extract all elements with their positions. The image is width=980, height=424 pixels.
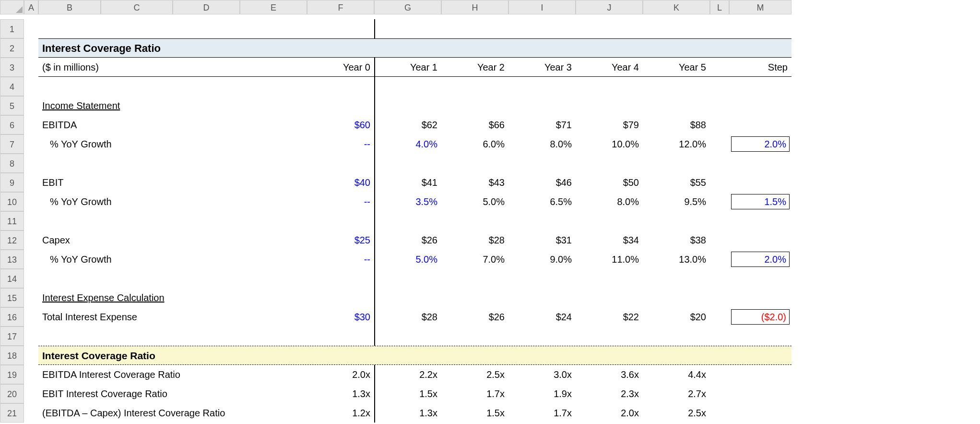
empty-cell	[441, 269, 508, 288]
row-header-7[interactable]: 7	[0, 134, 24, 154]
column-header-I[interactable]: I	[508, 0, 576, 14]
column-header-H[interactable]: H	[441, 0, 508, 14]
row-header-8[interactable]: 8	[0, 154, 24, 173]
empty-cell	[38, 154, 101, 173]
empty-cell	[710, 250, 729, 269]
spreadsheet-grid[interactable]: ABCDEFGHIJKLM123456789101112131415161718…	[0, 0, 980, 423]
y0-ebitda: $60	[307, 115, 374, 134]
empty-cell	[643, 77, 710, 96]
empty-cell	[729, 77, 791, 96]
empty-cell	[374, 269, 441, 288]
row-header-11[interactable]: 11	[0, 211, 24, 230]
column-header-M[interactable]: M	[729, 0, 791, 14]
row-header-6[interactable]: 6	[0, 115, 24, 134]
units-label: ($ in millions)	[38, 58, 307, 77]
y3-ratioEbCapex: 1.7x	[508, 403, 576, 423]
empty-cell	[710, 77, 729, 96]
empty-cell	[441, 96, 508, 115]
empty-cell	[710, 307, 729, 327]
row-header-13[interactable]: 13	[0, 250, 24, 269]
empty-cell	[710, 96, 729, 115]
row-header-14[interactable]: 14	[0, 269, 24, 288]
row-header-1[interactable]: 1	[0, 19, 24, 38]
row-header-5[interactable]: 5	[0, 96, 24, 115]
step-capexYoY: 2.0%	[731, 252, 790, 267]
y1-ebitdaYoY: 4.0%	[374, 134, 441, 154]
empty-cell	[24, 19, 38, 38]
y0-ratioEbitda: 2.0x	[307, 365, 374, 384]
select-all-corner[interactable]	[0, 0, 24, 14]
row-header-12[interactable]: 12	[0, 230, 24, 250]
empty-cell	[24, 96, 38, 115]
label-intExp: Total Interest Expense	[38, 307, 307, 327]
column-header-A[interactable]: A	[24, 0, 38, 14]
y1-ebitda: $62	[374, 115, 441, 134]
column-header-C[interactable]: C	[101, 0, 173, 14]
row-header-18[interactable]: 18	[0, 346, 24, 365]
empty-cell	[24, 38, 38, 58]
column-header-B[interactable]: B	[38, 0, 101, 14]
empty-cell	[307, 327, 374, 346]
row-header-3[interactable]: 3	[0, 58, 24, 77]
empty-cell	[240, 154, 307, 173]
empty-cell	[101, 154, 173, 173]
y2-capexYoY: 7.0%	[441, 250, 508, 269]
row-header-9[interactable]: 9	[0, 173, 24, 192]
row-header-16[interactable]: 16	[0, 307, 24, 327]
y3-capex: $31	[508, 230, 576, 250]
y2-ebitYoY: 5.0%	[441, 192, 508, 211]
column-header-L[interactable]: L	[710, 0, 729, 14]
empty-cell	[710, 192, 729, 211]
empty-cell	[508, 154, 576, 173]
empty-cell	[441, 154, 508, 173]
label-capexYoY: % YoY Growth	[38, 250, 307, 269]
y4-ebitdaYoY: 10.0%	[576, 134, 643, 154]
column-header-G[interactable]: G	[374, 0, 441, 14]
row-header-2[interactable]: 2	[0, 38, 24, 58]
column-header-J[interactable]: J	[576, 0, 643, 14]
column-header-E[interactable]: E	[240, 0, 307, 14]
year1-header: Year 1	[374, 58, 441, 77]
empty-cell	[101, 211, 173, 230]
empty-cell	[508, 269, 576, 288]
empty-cell	[38, 77, 101, 96]
row-header-17[interactable]: 17	[0, 327, 24, 346]
empty-cell	[710, 173, 729, 192]
empty-cell	[508, 327, 576, 346]
y2-ebitda: $66	[441, 115, 508, 134]
label-ratioEbit: EBIT Interest Coverage Ratio	[38, 384, 307, 403]
empty-cell	[508, 211, 576, 230]
label-ebitdaYoY: % YoY Growth	[38, 134, 307, 154]
empty-cell	[576, 77, 643, 96]
empty-cell	[643, 154, 710, 173]
empty-cell	[441, 211, 508, 230]
empty-cell	[240, 327, 307, 346]
empty-cell	[710, 19, 729, 38]
y3-ebitYoY: 6.5%	[508, 192, 576, 211]
column-header-F[interactable]: F	[307, 0, 374, 14]
empty-cell	[307, 269, 374, 288]
empty-cell	[729, 115, 791, 134]
y3-capexYoY: 9.0%	[508, 250, 576, 269]
empty-cell	[24, 154, 38, 173]
row-header-19[interactable]: 19	[0, 365, 24, 384]
row-header-10[interactable]: 10	[0, 192, 24, 211]
year2-header: Year 2	[441, 58, 508, 77]
empty-cell	[38, 327, 101, 346]
row-header-15[interactable]: 15	[0, 288, 24, 307]
column-header-K[interactable]: K	[643, 0, 710, 14]
empty-cell	[173, 19, 240, 38]
y5-ebitda: $88	[643, 115, 710, 134]
empty-cell	[710, 269, 729, 288]
empty-cell	[729, 154, 791, 173]
row-header-4[interactable]: 4	[0, 77, 24, 96]
y0-ebit: $40	[307, 173, 374, 192]
empty-cell	[643, 211, 710, 230]
empty-cell	[729, 230, 791, 250]
empty-cell	[576, 19, 643, 38]
column-header-D[interactable]: D	[173, 0, 240, 14]
empty-cell	[374, 211, 441, 230]
y0-ratioEbit: 1.3x	[307, 384, 374, 403]
row-header-21[interactable]: 21	[0, 403, 24, 423]
row-header-20[interactable]: 20	[0, 384, 24, 403]
